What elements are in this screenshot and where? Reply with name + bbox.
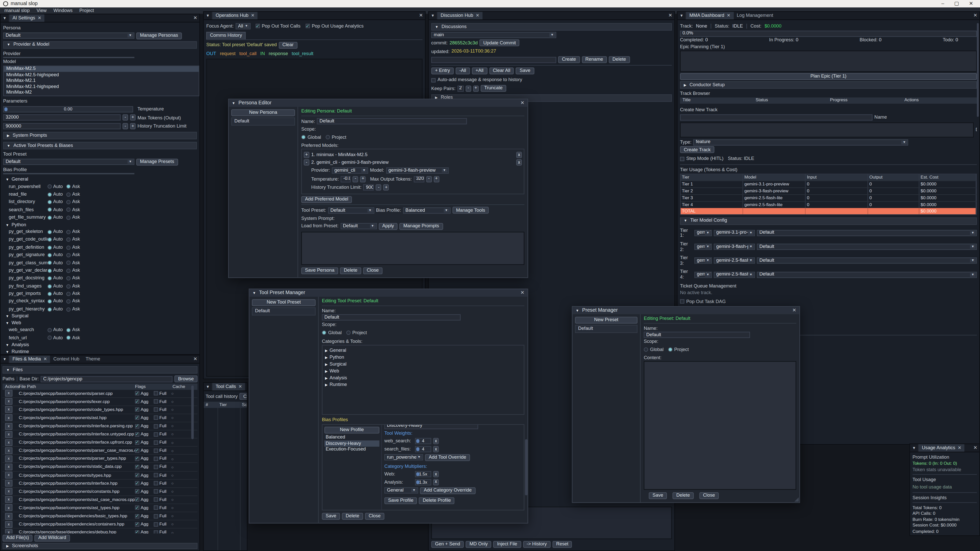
discussion-select[interactable]: main▼ xyxy=(431,32,556,38)
preset-list-item[interactable]: Default xyxy=(575,325,638,333)
tab-close-icon[interactable]: ✕ xyxy=(958,445,961,451)
epic-planning-textarea[interactable] xyxy=(680,51,977,72)
increment-button[interactable]: + xyxy=(473,86,479,92)
remove-file-button[interactable]: x xyxy=(5,423,13,430)
agg-checkbox[interactable]: ✓ xyxy=(135,391,139,395)
tab-close-icon[interactable]: ✕ xyxy=(727,13,730,18)
full-checkbox[interactable] xyxy=(154,408,158,412)
menu-item-manual-slop[interactable]: manual slop xyxy=(4,8,30,13)
tool-preset-manager-titlebar[interactable]: ▼ Tool Preset Manager ✕ xyxy=(249,289,528,297)
full-checkbox[interactable] xyxy=(154,465,158,469)
panel-menu-icon[interactable]: ▼ xyxy=(0,355,9,363)
agg-checkbox[interactable]: ✓ xyxy=(135,465,139,469)
section-tier-model-config[interactable]: ▼Tier Model Config xyxy=(680,217,977,224)
model-option[interactable]: MiniMax-M2.5 xyxy=(4,66,199,72)
minimize-button[interactable]: – xyxy=(942,1,944,6)
tab-discussion-hub[interactable]: Discussion Hub✕ xyxy=(438,12,482,19)
full-checkbox[interactable] xyxy=(154,432,158,437)
remove-file-button[interactable]: x xyxy=(5,455,13,462)
auto-radio[interactable] xyxy=(48,292,52,296)
history-limit-input[interactable]: 900000 xyxy=(3,123,121,129)
full-checkbox[interactable] xyxy=(154,473,158,477)
create-track-button[interactable]: Create Track xyxy=(680,146,714,153)
close-dialog-button[interactable]: Close xyxy=(699,492,719,499)
category-node[interactable]: ▶Web xyxy=(325,368,521,374)
agg-checkbox[interactable]: ✓ xyxy=(135,497,139,502)
focus-agent-select[interactable]: All▼ xyxy=(235,23,251,29)
files-scrollbar[interactable] xyxy=(191,386,194,439)
close-dialog-button[interactable]: Close xyxy=(365,513,384,520)
remove-file-button[interactable]: x xyxy=(5,472,13,478)
pm-model-select[interactable]: gemini-3-flash-preview▼ xyxy=(386,167,449,173)
ask-radio[interactable] xyxy=(67,208,71,212)
scope-global-radio[interactable] xyxy=(301,135,305,139)
panel-close-icon[interactable]: ✕ xyxy=(191,14,199,22)
tab-ai-settings[interactable]: AI Settings✕ xyxy=(10,14,45,22)
preset-name-input[interactable]: Default xyxy=(644,332,750,338)
pm-max-tokens-input[interactable]: 32000 xyxy=(414,176,425,182)
preset-manager-titlebar[interactable]: ▼ Preset Manager ✕ xyxy=(573,306,799,314)
add-wildcard-button[interactable]: Add Wildcard xyxy=(35,535,70,541)
model-option[interactable]: MiniMax-M2 xyxy=(4,90,199,96)
tab-comms-history[interactable]: Comms History xyxy=(206,32,246,39)
browse-button[interactable]: Browse xyxy=(174,376,197,383)
panel-menu-icon[interactable]: ▼ xyxy=(678,12,686,19)
panel-menu-icon[interactable]: ▼ xyxy=(0,14,9,22)
ask-radio[interactable] xyxy=(67,192,71,197)
move-up-button[interactable]: + xyxy=(304,152,309,158)
base-dir-input[interactable]: C:/projects/gencpp xyxy=(41,376,172,382)
tab-files-media[interactable]: Files & Media✕ xyxy=(10,355,50,363)
agg-checkbox[interactable]: ✓ xyxy=(135,400,139,404)
remove-file-button[interactable]: x xyxy=(5,414,13,421)
menu-item-view[interactable]: View xyxy=(37,8,46,13)
manage-tools-button[interactable]: Manage Tools xyxy=(452,207,489,214)
panel-close-icon[interactable]: ✕ xyxy=(417,12,425,19)
category-node[interactable]: ▶General xyxy=(325,348,521,354)
ask-radio[interactable] xyxy=(67,238,71,242)
auto-add-checkbox[interactable] xyxy=(431,78,436,82)
composer-button--history[interactable]: -> History xyxy=(523,541,550,548)
tier-preset-select[interactable]: Default▼ xyxy=(757,258,977,264)
load-from-preset-select[interactable]: Default▼ xyxy=(340,223,377,229)
remove-file-button[interactable]: x xyxy=(5,390,13,397)
move-down-button[interactable]: - xyxy=(304,159,309,165)
model-option[interactable]: MiniMax-M2.1 xyxy=(4,78,199,84)
tab-theme[interactable]: Theme xyxy=(83,355,103,363)
full-checkbox[interactable] xyxy=(154,416,158,420)
ask-radio[interactable] xyxy=(67,336,71,340)
panel-close-icon[interactable]: ✕ xyxy=(971,444,980,451)
composer-button-reset[interactable]: Reset xyxy=(552,541,572,548)
pm-provider-select[interactable]: gemini_cli▼ xyxy=(332,167,368,173)
remove-file-button[interactable]: x xyxy=(5,505,13,511)
panel-menu-icon[interactable]: ▼ xyxy=(204,12,212,19)
save-profile-button[interactable]: Save Profile xyxy=(384,497,417,504)
system-prompt-textarea[interactable] xyxy=(301,232,524,265)
dialog-close-icon[interactable]: ✕ xyxy=(520,290,524,295)
tab-usage-analytics[interactable]: Usage Analytics✕ xyxy=(919,444,964,451)
weight-slider[interactable]: 4 xyxy=(415,438,431,444)
discussion-name-input[interactable] xyxy=(431,57,556,63)
ask-radio[interactable] xyxy=(67,261,71,265)
scope-project-radio[interactable] xyxy=(668,348,672,352)
panel-close-icon[interactable]: ✕ xyxy=(971,12,980,19)
pm-history-limit-input[interactable]: 900000 xyxy=(363,184,374,191)
decrement-button[interactable]: - xyxy=(123,114,128,121)
decrement-button[interactable]: - xyxy=(376,184,382,191)
new-preset-button[interactable]: New Preset xyxy=(575,317,638,324)
maximize-button[interactable]: ▢ xyxy=(954,1,959,6)
full-checkbox[interactable] xyxy=(154,530,158,534)
remove-override-button[interactable]: x xyxy=(433,438,439,444)
full-checkbox[interactable] xyxy=(154,424,158,428)
tier-provider-select[interactable]: gemini▼ xyxy=(694,244,712,250)
auto-radio[interactable] xyxy=(48,307,52,311)
full-checkbox[interactable] xyxy=(154,506,158,510)
section-conductor-setup[interactable]: ▶Conductor Setup xyxy=(680,81,977,89)
auto-radio[interactable] xyxy=(48,192,52,197)
increment-button[interactable]: + xyxy=(360,176,366,182)
section-system-prompts[interactable]: ▶System Prompts xyxy=(3,132,197,139)
section-files[interactable]: ▼Files xyxy=(3,366,197,373)
ask-radio[interactable] xyxy=(67,253,71,257)
section-active-presets[interactable]: ▼Active Tool Presets & Biases xyxy=(3,142,197,149)
panel-menu-icon[interactable]: ▼ xyxy=(429,12,438,19)
preset-content-textarea[interactable] xyxy=(644,361,796,490)
